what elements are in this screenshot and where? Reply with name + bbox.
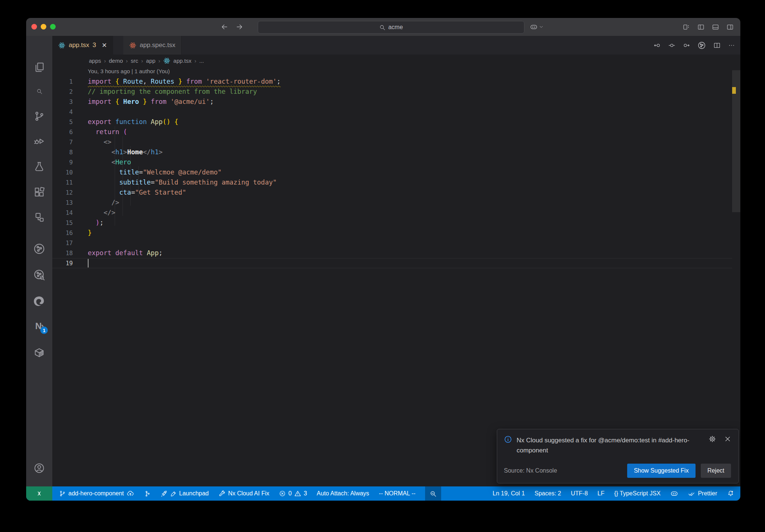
code-line: 9 <Hero [52, 157, 729, 167]
copilot-icon [670, 489, 678, 498]
back-icon[interactable] [220, 23, 229, 31]
activity-nx-console[interactable]: N›1 [26, 317, 52, 335]
line-number: 14 [52, 208, 73, 218]
activity-hierarchy[interactable] [26, 208, 52, 226]
info-icon [504, 435, 512, 443]
breadcrumb-separator: › [158, 58, 160, 64]
activity-edge-browser[interactable] [26, 292, 52, 310]
tab-close-icon[interactable]: ✕ [102, 41, 107, 49]
breadcrumb-item[interactable]: ... [199, 58, 204, 64]
layout-sidebar-icon[interactable] [697, 24, 704, 31]
code-line: 7 <> [52, 137, 729, 147]
indent-guide [115, 126, 115, 226]
reject-button[interactable]: Reject [701, 464, 731, 478]
status-cursor-position[interactable]: Ln 19, Col 1 [493, 490, 525, 497]
activity-search[interactable] [26, 82, 52, 100]
line-number: 18 [52, 248, 73, 258]
split-editor-icon[interactable] [713, 42, 721, 49]
show-suggested-fix-button[interactable]: Show Suggested Fix [627, 464, 696, 478]
codelens-annotation[interactable]: You, 3 hours ago | 1 author (You) [88, 68, 170, 74]
line-number: 13 [52, 198, 73, 208]
remote-icon [35, 489, 43, 498]
tab-app-spec-tsx[interactable]: app.spec.tsx [123, 36, 182, 55]
breadcrumb-item[interactable]: apps [89, 58, 101, 64]
code-line: 2// importing the component from the lib… [52, 87, 729, 97]
git-branch-icon [59, 490, 66, 497]
status-vim-mode[interactable]: -- NORMAL -- [379, 490, 415, 497]
more-actions-icon[interactable] [728, 42, 735, 49]
activity-extensions[interactable] [26, 183, 52, 201]
code-line: 10 title="Welcmoe @acme/demo" [52, 167, 729, 177]
tab-bar: app.tsx3✕app.spec.tsx [52, 36, 740, 55]
status-label: add-hero-component [68, 490, 124, 497]
activity-nx-project-graph[interactable] [26, 239, 52, 258]
status-auto-attach[interactable]: Auto Attach: Always [317, 490, 369, 497]
status-notifications-bell[interactable] [727, 490, 734, 497]
status-label: {} TypeScript JSX [614, 490, 660, 497]
line-number: 10 [52, 167, 73, 177]
line-number: 11 [52, 177, 73, 188]
notification-close-icon[interactable] [724, 436, 731, 442]
next-change-icon[interactable] [683, 42, 690, 49]
react-icon [58, 42, 65, 49]
status-language-mode[interactable]: {} TypeScript JSX [614, 490, 660, 497]
code-line: 14 </> [52, 208, 729, 218]
code-line: 6 return ( [52, 127, 729, 137]
status-copilot-status[interactable] [670, 489, 678, 498]
layout-panel-icon[interactable] [712, 24, 719, 31]
command-center-search[interactable]: acme [258, 21, 524, 34]
breadcrumb-item[interactable]: app [146, 58, 155, 64]
react-icon [163, 57, 170, 64]
breadcrumb-item[interactable]: demo [109, 58, 123, 64]
breadcrumb-separator: › [104, 58, 106, 64]
forward-icon[interactable] [235, 23, 244, 31]
minimize-window-button[interactable] [41, 24, 46, 30]
line-number: 7 [52, 137, 73, 147]
prev-change-icon[interactable] [654, 42, 661, 49]
status-encoding[interactable]: UTF-8 [571, 490, 588, 497]
activity-run-debug[interactable] [26, 132, 52, 151]
activity-nx-graph-search[interactable] [26, 266, 52, 284]
breadcrumb-item[interactable]: src [131, 58, 138, 64]
activity-accounts[interactable] [26, 459, 52, 477]
maximize-window-button[interactable] [50, 24, 56, 30]
line-number: 3 [52, 97, 73, 107]
copilot-menu[interactable] [530, 18, 544, 36]
tab-app-tsx[interactable]: app.tsx3✕ [52, 36, 113, 55]
status-nx-cloud-ai-fix[interactable]: Nx Cloud AI Fix [219, 490, 269, 497]
double-check-icon [688, 490, 695, 497]
remote-indicator[interactable] [26, 486, 52, 501]
status-label: UTF-8 [571, 490, 588, 497]
code-line: 19 [52, 258, 729, 268]
activity-source-control[interactable] [26, 107, 52, 126]
status-git-branch[interactable]: add-hero-component [59, 490, 134, 497]
warning-icon [294, 490, 301, 497]
status-commit-graph[interactable] [144, 490, 151, 497]
status-zoom-indicator[interactable] [425, 486, 441, 501]
activity-testing[interactable] [26, 157, 52, 176]
code-line: 18export default App; [52, 248, 729, 258]
layout-customize-icon[interactable] [683, 24, 690, 31]
status-launchpad[interactable]: Launchpad [161, 490, 209, 497]
status-formatter-prettier[interactable]: Prettier [688, 490, 717, 497]
close-window-button[interactable] [31, 24, 37, 30]
status-label: Prettier [698, 490, 717, 497]
notification-toast: Nx Cloud suggested a fix for @acme/demo:… [497, 429, 739, 483]
activity-containers[interactable] [26, 343, 52, 362]
line-number: 6 [52, 127, 73, 137]
activity-explorer[interactable] [26, 58, 52, 77]
code-editor[interactable]: You, 3 hours ago | 1 author (You) 1impor… [52, 66, 740, 486]
breadcrumb-separator: › [194, 58, 196, 64]
status-indentation[interactable]: Spaces: 2 [535, 490, 561, 497]
breadcrumb-item[interactable]: app.tsx [173, 58, 191, 64]
status-problems[interactable]: 03 [279, 490, 307, 497]
rocket-icon [161, 490, 168, 497]
notification-settings-gear-icon[interactable] [709, 435, 716, 443]
compare-icon[interactable] [668, 42, 675, 49]
layout-sidebar-right-icon[interactable] [727, 24, 734, 31]
pencil-icon [170, 491, 177, 497]
line-number: 19 [52, 258, 73, 268]
status-label: -- NORMAL -- [379, 490, 415, 497]
project-graph-icon[interactable] [697, 41, 706, 50]
status-eol[interactable]: LF [598, 490, 605, 497]
